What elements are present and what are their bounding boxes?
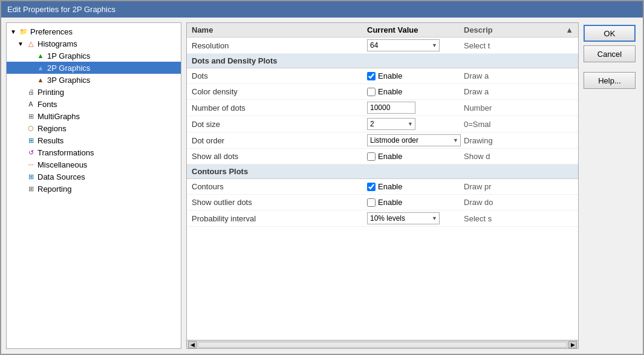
header-name: Name <box>192 25 367 34</box>
prop-name-resolution: Resolution <box>192 41 367 50</box>
show-all-dots-checkbox[interactable] <box>367 152 376 161</box>
prop-value-resolution[interactable]: 32 64 128 256 <box>367 39 464 51</box>
tree-item-multigraphs[interactable]: ⊞ MultiGraphs <box>7 110 181 122</box>
spacer-2p <box>26 64 34 72</box>
tree-label-fonts: Fonts <box>37 100 57 109</box>
horizontal-scrollbar[interactable]: ◀ ▶ <box>187 340 578 348</box>
color-density-checkbox[interactable] <box>367 88 376 96</box>
prop-row-dot-order: Dot order Listmode order Random order Z … <box>187 132 578 149</box>
tree-item-histograms[interactable]: ▼ △ Histograms <box>7 37 181 50</box>
tree-label-preferences: Preferences <box>30 27 73 36</box>
ok-button[interactable]: OK <box>584 25 636 42</box>
expand-icon-preferences: ▼ <box>9 27 18 36</box>
prop-value-contours[interactable]: Enable <box>367 182 464 191</box>
dialog-title: Edit Properties for 2P Graphics <box>7 5 115 14</box>
prop-name-dot-order: Dot order <box>192 136 367 145</box>
spacer-multi <box>16 112 25 120</box>
prop-desc-num-dots: Number <box>464 103 573 112</box>
show-all-dots-enable-label: Enable <box>378 152 402 161</box>
outlier-dots-enable-label: Enable <box>378 198 402 207</box>
reporting-icon: ⊞ <box>26 184 36 194</box>
section-contours: Contours Plots <box>187 164 578 179</box>
prop-row-outlier-dots: Show outlier dots Enable Draw do <box>187 195 578 210</box>
prop-value-show-all-dots[interactable]: Enable <box>367 152 464 161</box>
scroll-right-btn[interactable]: ▶ <box>568 341 577 348</box>
tree-label-1p: 1P Graphics <box>47 51 90 60</box>
prop-name-dot-size: Dot size <box>192 120 367 129</box>
resolution-select[interactable]: 32 64 128 256 <box>367 39 440 51</box>
tree-label-results: Results <box>37 136 63 145</box>
tree-label-histograms: Histograms <box>37 39 77 48</box>
select-wrapper-resolution: 32 64 128 256 <box>367 39 440 51</box>
prop-value-prob-interval[interactable]: 5% levels 10% levels 20% levels <box>367 212 464 224</box>
tree-item-regions[interactable]: ⬡ Regions <box>7 122 181 134</box>
folder-icon: 📁 <box>19 27 28 36</box>
spacer-fonts <box>16 100 25 108</box>
scroll-left-btn[interactable]: ◀ <box>188 341 197 348</box>
tree-item-2p-graphics[interactable]: ▲ 2P Graphics <box>7 62 181 74</box>
prop-row-num-dots: Number of dots Number <box>187 100 578 116</box>
select-wrapper-dot-size: 1 2 3 4 5 <box>367 118 415 130</box>
tree-item-results[interactable]: ⊞ Results <box>7 134 181 146</box>
dots-checkbox[interactable] <box>367 72 376 80</box>
tree-label-regions: Regions <box>37 124 67 133</box>
prob-interval-select[interactable]: 5% levels 10% levels 20% levels <box>367 212 440 224</box>
scroll-up-btn[interactable]: ▲ <box>565 25 573 34</box>
scroll-track-h[interactable] <box>198 342 567 348</box>
prop-desc-dot-size: 0=Smal <box>464 120 573 129</box>
prop-row-color-density: Color density Enable Draw a <box>187 84 578 100</box>
prop-value-num-dots[interactable] <box>367 102 464 114</box>
tree-item-data-sources[interactable]: ⊞ Data Sources <box>7 171 181 183</box>
tree-item-transformations[interactable]: ↺ Transformations <box>7 146 181 158</box>
dot-order-select[interactable]: Listmode order Random order Z order <box>367 134 461 146</box>
select-wrapper-prob: 5% levels 10% levels 20% levels <box>367 212 440 224</box>
tree-label-2p: 2P Graphics <box>47 64 90 73</box>
prop-value-outlier-dots[interactable]: Enable <box>367 198 464 207</box>
tree-item-preferences[interactable]: ▼ 📁 Preferences <box>7 25 181 37</box>
props-header: Name Current Value Descrip ▲ <box>187 23 578 37</box>
prop-name-dots: Dots <box>192 71 367 80</box>
tree-item-miscellaneous[interactable]: ··· Miscellaneous <box>7 158 181 171</box>
prop-row-prob-interval: Probability interval 5% levels 10% level… <box>187 210 578 227</box>
spacer-reporting <box>16 184 25 193</box>
tree-item-printing[interactable]: 🖨 Printing <box>7 86 181 98</box>
results-icon: ⊞ <box>26 135 36 145</box>
header-value: Current Value <box>367 25 464 34</box>
num-dots-input[interactable] <box>367 102 415 114</box>
prop-value-dot-size[interactable]: 1 2 3 4 5 <box>367 118 464 130</box>
tree-item-fonts[interactable]: A Fonts <box>7 98 181 110</box>
printing-icon: 🖨 <box>26 87 36 97</box>
tree-item-3p-graphics[interactable]: ▲ 3P Graphics <box>7 74 181 86</box>
misc-icon: ··· <box>26 160 36 169</box>
prop-value-dots[interactable]: Enable <box>367 71 464 80</box>
prop-value-color-density[interactable]: Enable <box>367 87 464 96</box>
tree-label-datasrc: Data Sources <box>37 172 85 181</box>
outlier-dots-checkbox[interactable] <box>367 198 376 207</box>
tree-label-reporting: Reporting <box>37 184 71 194</box>
contours-checkbox[interactable] <box>367 183 376 191</box>
prop-desc-show-all-dots: Show d <box>464 152 573 161</box>
spacer-regions <box>16 124 25 132</box>
spacer-3p <box>26 76 34 84</box>
prop-row-dots: Dots Enable Draw a <box>187 68 578 84</box>
contours-enable-label: Enable <box>378 182 402 191</box>
prop-desc-color-density: Draw a <box>464 87 573 96</box>
prop-desc-resolution: Select t <box>464 41 573 50</box>
prop-row-contours: Contours Enable Draw pr <box>187 179 578 195</box>
prop-row-resolution: Resolution 32 64 128 256 Select t <box>187 37 578 54</box>
show-all-dots-label: Enable <box>367 152 464 161</box>
prop-desc-dot-order: Drawing <box>464 136 573 145</box>
prop-value-dot-order[interactable]: Listmode order Random order Z order <box>367 134 464 146</box>
tree-item-1p-graphics[interactable]: ▲ 1P Graphics <box>7 50 181 62</box>
cancel-button[interactable]: Cancel <box>584 45 636 62</box>
help-button[interactable]: Help... <box>584 72 636 89</box>
spacer-results <box>16 136 25 145</box>
datasrc-icon: ⊞ <box>26 172 36 181</box>
2p-icon: ▲ <box>36 63 45 73</box>
props-scroll[interactable]: Resolution 32 64 128 256 Select t <box>187 37 578 340</box>
dot-size-select[interactable]: 1 2 3 4 5 <box>367 118 415 130</box>
3p-icon: ▲ <box>36 75 45 85</box>
tree-item-reporting[interactable]: ⊞ Reporting <box>7 183 181 195</box>
section-dots-density: Dots and Density Plots <box>187 54 578 68</box>
prop-name-outlier-dots: Show outlier dots <box>192 198 367 207</box>
